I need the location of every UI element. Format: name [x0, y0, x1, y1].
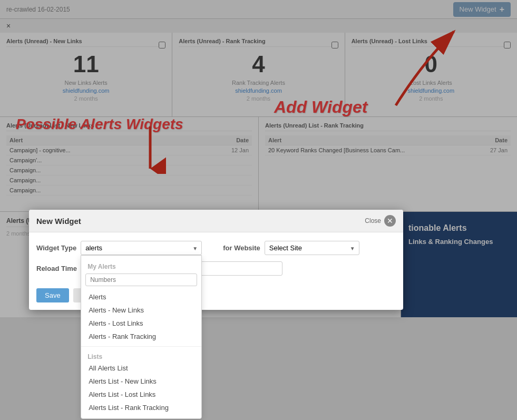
- dropdown-item-alerts-list-lost-links[interactable]: Alerts List - Lost Links: [81, 388, 201, 401]
- modal-header: New Widget Close ✕: [29, 210, 403, 232]
- select-site-wrapper[interactable]: Select Site: [265, 241, 359, 255]
- save-button[interactable]: Save: [36, 288, 69, 302]
- modal-title: New Widget: [36, 217, 81, 226]
- numbers-filter-input[interactable]: [85, 274, 197, 286]
- modal-close-area: Close ✕: [365, 215, 396, 227]
- dropdown-item-all-alerts-list[interactable]: All Alerts List: [81, 362, 201, 375]
- select-site-dropdown[interactable]: Select Site: [265, 241, 359, 255]
- widget-type-dropdown: My Alerts Alerts Alerts - New Links Aler…: [81, 255, 202, 419]
- dropdown-item-alerts-lost-links[interactable]: Alerts - Lost Links: [81, 317, 201, 330]
- new-widget-modal: New Widget Close ✕ Widget Type alerts My: [29, 210, 403, 310]
- for-website-label: for Website: [223, 244, 260, 252]
- reload-time-label: Reload Time: [36, 265, 77, 272]
- modal-close-text: Close: [365, 217, 381, 224]
- for-website-field: for Website Select Site: [223, 241, 359, 255]
- dropdown-item-alerts[interactable]: Alerts: [81, 290, 201, 304]
- dropdown-divider: [81, 346, 201, 347]
- dropdown-item-alerts-rank-tracking[interactable]: Alerts - Rank Tracking: [81, 330, 201, 343]
- widget-type-select-wrapper[interactable]: alerts: [81, 241, 202, 255]
- dropdown-item-alerts-list-rank-tracking[interactable]: Alerts List - Rank Tracking: [81, 401, 201, 414]
- modal-body: Widget Type alerts My Alerts Alerts Aler…: [29, 232, 403, 288]
- widget-type-label: Widget Type: [36, 244, 76, 252]
- dropdown-item-alerts-list-new-links[interactable]: Alerts List - New Links: [81, 375, 201, 388]
- widget-type-field: Widget Type alerts My Alerts Alerts Aler…: [36, 241, 202, 255]
- widget-type-select[interactable]: alerts: [81, 241, 202, 255]
- widget-type-row: Widget Type alerts My Alerts Alerts Aler…: [36, 241, 396, 255]
- my-alerts-group-label: My Alerts: [81, 260, 201, 271]
- dropdown-item-alerts-new-links[interactable]: Alerts - New Links: [81, 304, 201, 317]
- modal-close-button[interactable]: ✕: [384, 215, 396, 227]
- widget-type-container: alerts My Alerts Alerts Alerts - New Lin…: [81, 241, 202, 255]
- lists-group-label: Lists: [81, 350, 201, 362]
